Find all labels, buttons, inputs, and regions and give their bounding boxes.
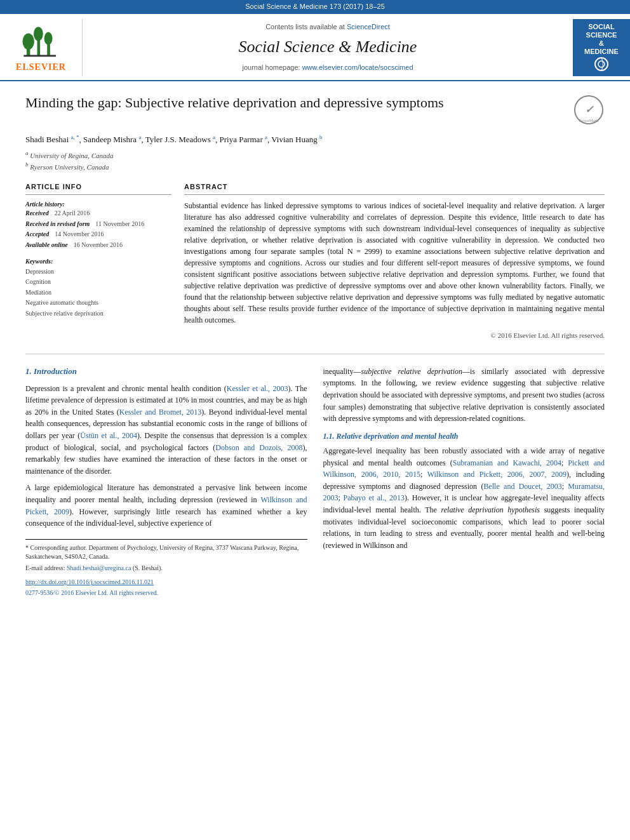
- journal-header-center: Contents lists available at ScienceDirec…: [83, 19, 573, 76]
- revised-row: Received in revised form 11 November 201…: [25, 220, 171, 229]
- keyword-srd: Subjective relative deprivation: [25, 309, 171, 319]
- revised-date: 11 November 2016: [95, 220, 144, 229]
- journal-abbr-medicine: MEDICINE: [584, 48, 619, 56]
- publisher-logo: ELSEVIER: [0, 19, 83, 76]
- ref-belle[interactable]: Belle and Doucet, 2003: [483, 482, 561, 491]
- ref-kessler-bromet[interactable]: Kessler and Bromet, 2013: [119, 408, 202, 417]
- ref-subramanian[interactable]: Subramanian and Kawachi, 2004: [453, 458, 561, 467]
- sciencedirect-line: Contents lists available at ScienceDirec…: [265, 22, 390, 32]
- svg-rect-2: [37, 39, 40, 57]
- body-right-column: inequality—subjective relative deprivati…: [323, 366, 605, 599]
- ref-pabayo[interactable]: Pabayo et al., 2013: [343, 493, 405, 502]
- authors-line: Shadi Beshai a, *, Sandeep Mishra a, Tyl…: [25, 133, 605, 146]
- email-note: E-mail address: Shadi.beshai@uregina.ca …: [25, 564, 307, 573]
- article-info-panel: ARTICLE INFO Article history: Received 2…: [25, 182, 171, 341]
- author-huang: Vivian Huang b: [271, 135, 322, 144]
- main-content: Minding the gap: Subjective relative dep…: [0, 81, 630, 612]
- rights-text: 0277-9536/© 2016 Elsevier Ltd. All right…: [25, 589, 307, 598]
- elsevier-tree-icon: [19, 21, 64, 59]
- svg-point-5: [44, 32, 52, 45]
- keywords-section: Keywords: Depression Cognition Mediation…: [25, 257, 171, 319]
- journal-abbr-science: SCIENCE: [586, 31, 617, 39]
- article-info-label: ARTICLE INFO: [25, 182, 171, 195]
- journal-icon: [592, 57, 611, 72]
- svg-text:CrossMark: CrossMark: [579, 118, 599, 123]
- keyword-nat: Negative automatic thoughts: [25, 298, 171, 309]
- article-title: Minding the gap: Subjective relative dep…: [25, 94, 560, 112]
- svg-point-1: [22, 33, 34, 50]
- history-label: Article history:: [25, 200, 171, 210]
- corresponding-author-note: * Corresponding author. Department of Ps…: [25, 543, 307, 562]
- homepage-line: journal homepage: www.elsevier.com/locat…: [242, 63, 413, 73]
- affiliation-a: a University of Regina, Canada: [25, 149, 605, 161]
- abstract-text: Substantial evidence has linked depressi…: [184, 200, 605, 326]
- svg-point-8: [598, 61, 605, 67]
- info-abstract-section: ARTICLE INFO Article history: Received 2…: [25, 182, 605, 341]
- accepted-label: Accepted: [25, 230, 49, 239]
- online-label: Available online: [25, 241, 68, 250]
- article-history: Article history: Received 22 April 2016 …: [25, 200, 171, 250]
- crossmark-badge: ✓ CrossMark: [573, 94, 605, 126]
- journal-header: ELSEVIER Contents lists available at Sci…: [0, 14, 630, 81]
- body-left-column: 1. Introduction Depression is a prevalen…: [25, 366, 307, 599]
- right-para2: Aggregate-level inequality has been robu…: [323, 445, 605, 551]
- accepted-date: 14 November 2016: [55, 230, 104, 239]
- author-meadows: Tyler J.S. Meadows a: [145, 135, 215, 144]
- ref-kessler2003[interactable]: Kessler et al., 2003: [227, 384, 288, 393]
- journal-reference-text: Social Science & Medicine 173 (2017) 18–…: [245, 3, 385, 10]
- svg-rect-4: [47, 43, 50, 56]
- author-parmar: Priya Parmar a: [219, 135, 267, 144]
- doi-link[interactable]: http://dx.doi.org/10.1016/j.socscimed.20…: [25, 578, 307, 587]
- keywords-label: Keywords:: [25, 257, 171, 267]
- right-para1: inequality—subjective relative deprivati…: [323, 366, 605, 425]
- accepted-row: Accepted 14 November 2016: [25, 230, 171, 239]
- svg-text:✓: ✓: [585, 104, 594, 115]
- journal-cover-thumbnail: SOCIAL SCIENCE & MEDICINE: [573, 19, 630, 76]
- svg-point-3: [34, 27, 43, 41]
- ref-dobson[interactable]: Dobson and Dozois, 2008: [215, 443, 302, 452]
- ref-wilkinson2006[interactable]: Wilkinson and Pickett, 2006, 2007, 2009: [427, 470, 566, 479]
- affiliation-b: b Ryerson University, Canada: [25, 161, 605, 173]
- ref-wilkinson-pickett[interactable]: Wilkinson and Pickett, 2009: [25, 495, 307, 516]
- journal-title: Social Science & Medicine: [239, 35, 417, 59]
- author-beshai: Shadi Beshai a, *: [25, 135, 79, 144]
- journal-abbr-and: &: [599, 39, 604, 48]
- body-content: 1. Introduction Depression is a prevalen…: [25, 366, 605, 599]
- footnote-section: * Corresponding author. Department of Ps…: [25, 539, 307, 573]
- intro-para1: Depression is a prevalent and chronic me…: [25, 383, 307, 477]
- received-label: Received: [25, 209, 49, 218]
- keyword-depression: Depression: [25, 267, 171, 277]
- article-title-section: Minding the gap: Subjective relative dep…: [25, 94, 605, 126]
- elsevier-brand-text: ELSEVIER: [16, 61, 66, 74]
- svg-rect-6: [23, 55, 56, 57]
- body-text-left: Depression is a prevalent and chronic me…: [25, 383, 307, 530]
- body-text-right2: Aggregate-level inequality has been robu…: [323, 445, 605, 551]
- intro-heading: 1. Introduction: [25, 366, 307, 378]
- abstract-panel: ABSTRACT Substantial evidence has linked…: [184, 182, 605, 341]
- ref-ustun[interactable]: Üstün et al., 2004: [80, 431, 137, 440]
- online-row: Available online 16 November 2016: [25, 241, 171, 250]
- elsevier-logo-group: ELSEVIER: [16, 21, 66, 74]
- abstract-label: ABSTRACT: [184, 182, 605, 195]
- bottom-links: http://dx.doi.org/10.1016/j.socscimed.20…: [25, 578, 307, 597]
- sciencedirect-link[interactable]: ScienceDirect: [347, 23, 390, 30]
- journal-reference-bar: Social Science & Medicine 173 (2017) 18–…: [0, 0, 630, 14]
- received-date: 22 April 2016: [55, 209, 90, 218]
- intro-para2: A large epidemiological literature has d…: [25, 482, 307, 529]
- body-text-right: inequality—subjective relative deprivati…: [323, 366, 605, 425]
- subsection-heading: 1.1. Relative deprivation and mental hea…: [323, 431, 605, 442]
- online-date: 16 November 2016: [74, 241, 123, 250]
- keyword-mediation: Mediation: [25, 288, 171, 298]
- journal-abbr-social: SOCIAL: [588, 23, 615, 31]
- author-mishra: Sandeep Mishra a: [83, 135, 141, 144]
- revised-label: Received in revised form: [25, 220, 90, 229]
- received-row: Received 22 April 2016: [25, 209, 171, 218]
- keyword-cognition: Cognition: [25, 277, 171, 288]
- copyright-line: © 2016 Elsevier Ltd. All rights reserved…: [184, 331, 605, 341]
- section-divider: [25, 354, 605, 354]
- affiliations: a University of Regina, Canada b Ryerson…: [25, 149, 605, 173]
- homepage-link[interactable]: www.elsevier.com/locate/socscimed: [302, 63, 413, 71]
- svg-point-7: [595, 58, 608, 70]
- email-link[interactable]: Shadi.beshai@uregina.ca: [67, 564, 131, 571]
